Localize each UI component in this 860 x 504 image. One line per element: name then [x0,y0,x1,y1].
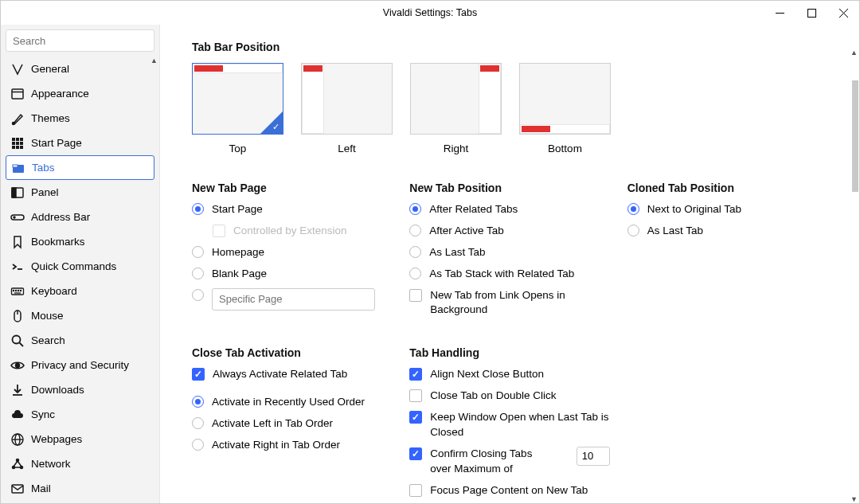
tab-preview-bottom [519,63,611,135]
tab-bar-position-options: ✓ Top Left Right [192,63,827,154]
svg-point-31 [13,335,21,343]
sidebar-scroll-up[interactable]: ▲ [150,57,158,64]
close-tab-activation-title: Close Tab Activation [192,346,392,359]
checkbox-keep-window-open[interactable]: Keep Window Open when Last Tab is Closed [409,410,609,440]
radio-as-tab-stack[interactable]: As Tab Stack with Related Tab [409,267,609,282]
sidebar-item-mail[interactable]: Mail [6,476,154,501]
checkbox-close-on-double-click[interactable]: Close Tab on Double Click [409,389,609,404]
tab-handling-section: Tab Handling Align Next Close Button Clo… [409,346,609,503]
sidebar-item-sync[interactable]: Sync [6,402,154,427]
radio-icon [192,439,204,451]
sidebar-item-label: Mouse [31,310,64,322]
sidebar-item-label: Address Bar [31,211,90,223]
sidebar-item-label: Webpages [31,433,82,445]
download-icon [10,383,25,397]
radio-icon [192,268,204,279]
sidebar-item-label: Themes [31,112,70,124]
svg-point-27 [20,290,21,291]
radio-after-related-tabs[interactable]: After Related Tabs [409,202,609,217]
radio-specific-page[interactable] [192,288,392,311]
close-tab-activation-section: Close Tab Activation Always Activate Rel… [192,346,392,503]
checkbox-align-close-button[interactable]: Align Next Close Button [409,367,609,382]
radio-activate-left[interactable]: Activate Left in Tab Order [192,416,392,432]
svg-line-43 [18,461,22,467]
sidebar-item-quick-commands[interactable]: Quick Commands [6,254,154,279]
radio-recently-used-order[interactable]: Activate in Recently Used Order [192,395,392,410]
radio-after-active-tab[interactable]: After Active Tab [409,224,609,239]
svg-line-32 [20,342,24,346]
checkbox-icon [409,289,422,302]
option-label: Blank Page [212,267,267,282]
radio-blank-page[interactable]: Blank Page [192,267,392,282]
radio-icon [409,268,421,279]
sidebar-item-search[interactable]: Search [6,328,154,353]
sidebar-item-downloads[interactable]: Downloads [6,377,154,402]
svg-point-26 [18,290,18,291]
sidebar-item-label: Search [31,334,65,346]
tab-position-bottom[interactable]: Bottom [519,63,611,154]
sidebar-item-bookmarks[interactable]: Bookmarks [6,229,154,254]
option-label: As Last Tab [647,224,703,239]
svg-rect-1 [807,9,815,17]
checkbox-controlled-by-extension: Controlled by Extension [213,224,392,239]
sidebar-item-start-page[interactable]: Start Page [6,131,154,155]
sidebar-item-panel[interactable]: Panel [6,180,154,205]
radio-icon [192,246,204,258]
option-label: Keep Window Open when Last Tab is Closed [430,410,609,440]
svg-rect-10 [12,142,15,145]
search-input[interactable] [6,29,154,52]
radio-next-to-original[interactable]: Next to Original Tab [627,202,827,217]
sidebar-item-general[interactable]: General [6,57,154,81]
sidebar-item-themes[interactable]: Themes [6,106,154,131]
option-label: New Tab from Link Opens in Background [430,288,609,318]
checkbox-icon [409,368,422,381]
checkbox-confirm-closing[interactable]: Confirm Closing Tabs over Maximum of [409,447,609,477]
specific-page-input[interactable] [212,288,375,311]
sidebar-item-address-bar[interactable]: Address Bar [6,205,154,229]
option-label: Homepage [212,245,264,260]
svg-rect-12 [20,142,23,145]
content-scrollbar[interactable]: ▲ ▼ [850,49,859,503]
radio-activate-right[interactable]: Activate Right in Tab Order [192,438,392,453]
radio-homepage[interactable]: Homepage [192,245,392,260]
window-controls [764,1,859,25]
radio-icon [192,417,204,429]
tab-position-label: Top [229,143,247,154]
new-tab-position-title: New Tab Position [409,182,609,194]
tab-handling-title: Tab Handling [409,346,609,359]
sidebar-item-webpages[interactable]: Webpages [6,427,154,451]
radio-cloned-as-last[interactable]: As Last Tab [627,224,827,239]
option-label: Activate in Recently Used Order [212,395,365,410]
svg-point-25 [15,290,16,291]
checkbox-link-opens-background[interactable]: New Tab from Link Opens in Background [409,288,609,318]
sidebar-item-tabs[interactable]: Tabs [6,155,154,180]
maximize-button[interactable] [796,1,827,25]
checkbox-focus-page-content[interactable]: Focus Page Content on New Tab [409,483,609,498]
sidebar-item-label: Keyboard [31,285,77,297]
sidebar: ▲ General Appearance Themes Start Page T… [1,25,160,503]
radio-icon [627,225,639,236]
sidebar-item-label: Quick Commands [31,260,116,272]
close-button[interactable] [827,1,859,25]
sidebar-item-appearance[interactable]: Appearance [6,81,154,106]
quick-commands-icon [10,260,25,274]
sidebar-item-network[interactable]: Network [6,451,154,476]
sidebar-item-keyboard[interactable]: Keyboard [6,279,154,303]
sidebar-item-mouse[interactable]: Mouse [6,303,154,328]
tab-bar-position-title: Tab Bar Position [192,41,827,53]
tab-position-left[interactable]: Left [301,63,393,154]
radio-as-last-tab[interactable]: As Last Tab [409,245,609,260]
radio-start-page[interactable]: Start Page [192,202,392,217]
checkbox-icon [409,484,422,497]
sidebar-item-label: Bookmarks [31,236,85,248]
confirm-close-max-input[interactable] [577,447,610,466]
sidebar-item-label: Panel [31,186,59,198]
tab-position-right[interactable]: Right [410,63,502,154]
minimize-button[interactable] [764,1,796,25]
sidebar-item-label: Network [31,458,71,470]
scrollbar-thumb[interactable] [852,80,858,192]
tab-position-top[interactable]: ✓ Top [192,63,283,154]
sidebar-item-privacy[interactable]: Privacy and Security [6,353,154,377]
checkbox-always-activate-related[interactable]: Always Activate Related Tab [192,367,392,382]
titlebar: Vivaldi Settings: Tabs [1,1,859,25]
